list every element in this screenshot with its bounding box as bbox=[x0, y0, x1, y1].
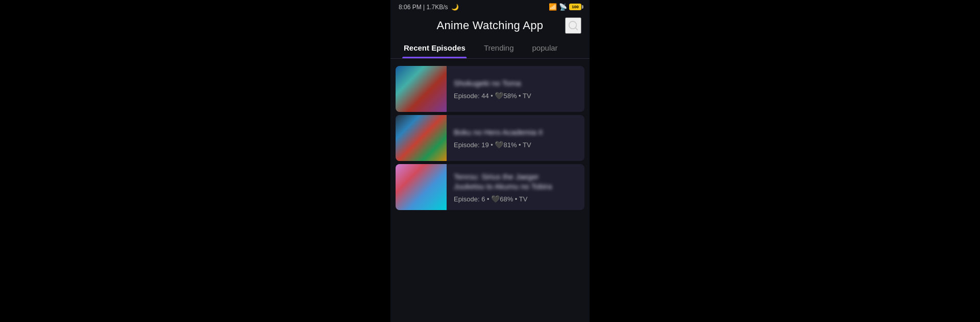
episode-meta-3: Episode: 6 • 🖤68% • TV bbox=[454, 195, 577, 203]
status-left: 8:06 PM | 1.7KB/s 🌙 bbox=[399, 4, 459, 11]
search-button[interactable] bbox=[565, 17, 581, 34]
moon-icon: 🌙 bbox=[451, 4, 459, 11]
episode-card-3[interactable]: Tenrou: Sirius the Jaeger Juuketsu to Ak… bbox=[396, 164, 584, 210]
episode-thumbnail-3 bbox=[396, 164, 447, 210]
episode-title-3: Tenrou: Sirius the Jaeger Juuketsu to Ak… bbox=[454, 172, 577, 192]
app-title: Anime Watching App bbox=[437, 19, 544, 32]
battery-icon: 100 bbox=[569, 4, 581, 10]
app-header: Anime Watching App bbox=[390, 14, 590, 37]
episode-title-1: Shokugeki no Toma bbox=[454, 78, 577, 88]
episode-meta-text-2: Episode: 19 • 🖤81% • TV bbox=[454, 141, 531, 149]
episode-thumbnail-2 bbox=[396, 115, 447, 161]
episode-info-2: Boku no Hero Academia II Episode: 19 • 🖤… bbox=[447, 121, 584, 155]
wifi-icon: 📡 bbox=[559, 3, 567, 11]
heart-icon-2: 🖤 bbox=[495, 141, 503, 149]
episodes-list: Shokugeki no Toma Episode: 44 • 🖤58% • T… bbox=[390, 59, 590, 322]
episode-meta-text-1: Episode: 44 • 🖤58% • TV bbox=[454, 91, 531, 100]
heart-icon-1: 🖤 bbox=[495, 91, 503, 100]
thumb-overlay-3 bbox=[396, 164, 447, 210]
tab-recent-episodes[interactable]: Recent Episodes bbox=[395, 37, 475, 58]
heart-icon-3: 🖤 bbox=[491, 195, 500, 203]
episode-card-1[interactable]: Shokugeki no Toma Episode: 44 • 🖤58% • T… bbox=[396, 66, 584, 112]
tab-popular[interactable]: popular bbox=[523, 37, 567, 58]
thumb-overlay-1 bbox=[396, 66, 447, 112]
phone-screen: 8:06 PM | 1.7KB/s 🌙 📶 📡 100 Anime Watchi… bbox=[390, 0, 590, 322]
episode-title-2: Boku no Hero Academia II bbox=[454, 127, 577, 137]
time-network: 8:06 PM | 1.7KB/s bbox=[399, 4, 448, 11]
episode-meta-text-3: Episode: 6 • 🖤68% • TV bbox=[454, 195, 527, 203]
episode-info-1: Shokugeki no Toma Episode: 44 • 🖤58% • T… bbox=[447, 72, 584, 106]
episode-thumbnail-1 bbox=[396, 66, 447, 112]
status-right: 📶 📡 100 bbox=[549, 3, 581, 11]
episode-card-2[interactable]: Boku no Hero Academia II Episode: 19 • 🖤… bbox=[396, 115, 584, 161]
episode-meta-2: Episode: 19 • 🖤81% • TV bbox=[454, 141, 577, 149]
signal-icon: 📶 bbox=[549, 3, 557, 11]
thumb-overlay-2 bbox=[396, 115, 447, 161]
svg-line-1 bbox=[575, 28, 577, 30]
status-bar: 8:06 PM | 1.7KB/s 🌙 📶 📡 100 bbox=[390, 0, 590, 14]
search-icon bbox=[568, 20, 579, 31]
episode-meta-1: Episode: 44 • 🖤58% • TV bbox=[454, 91, 577, 100]
tabs-container: Recent Episodes Trending popular bbox=[390, 37, 590, 59]
episode-info-3: Tenrou: Sirius the Jaeger Juuketsu to Ak… bbox=[447, 166, 584, 209]
tab-trending[interactable]: Trending bbox=[475, 37, 523, 58]
